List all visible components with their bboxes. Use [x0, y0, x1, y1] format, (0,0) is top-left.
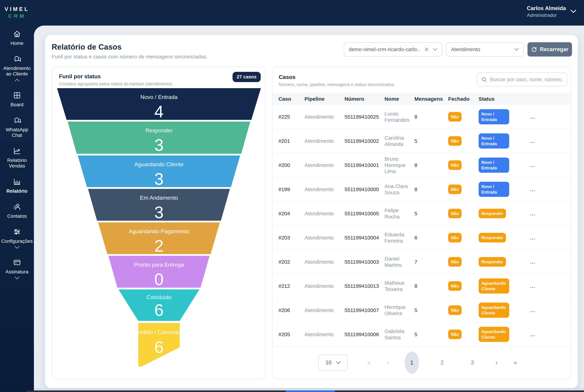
cell-pipeline: Atendimento	[304, 307, 344, 313]
sidebar-item-home[interactable]: Home	[0, 30, 34, 46]
user-menu[interactable]: Carlos Almeida Administrador	[527, 5, 576, 18]
sidebar-item-relat-rio[interactable]: Relatório	[0, 178, 34, 194]
table-body: #225Atendimento551199410025Lucas Fernand…	[272, 105, 571, 346]
taskbar-sliver-accent	[286, 390, 335, 392]
row-actions-button[interactable]: ...	[530, 235, 571, 241]
cell-caso: #202	[278, 259, 304, 265]
cell-fechado: Não	[448, 112, 478, 122]
funnel-card-title: Funil por status	[59, 73, 173, 80]
cell-nome: Carolina Almeida	[384, 135, 414, 147]
column-header-mensagens: Mensagens	[414, 96, 448, 102]
page-numbers: 123	[397, 352, 488, 374]
svg-text:3: 3	[154, 170, 164, 188]
cell-numero: 551199410003	[344, 259, 384, 265]
svg-text:Perdido / Cancelado: Perdido / Cancelado	[134, 329, 184, 335]
cell-mensagens: 5	[414, 307, 448, 313]
table-row: #205Atendimento551199410006Gabriela Sant…	[272, 322, 571, 346]
row-actions-button[interactable]: ...	[530, 259, 571, 265]
funnel-card-subtitle: Contatos agrupados pelos status do kanba…	[59, 82, 173, 86]
first-page-button[interactable]: «	[367, 359, 370, 366]
pipeline-select[interactable]: Atendimento	[446, 42, 524, 56]
closed-badge: Não	[448, 184, 462, 194]
cell-numero: 551199410004	[344, 235, 384, 241]
sidebar-item-board[interactable]: Board	[0, 91, 34, 108]
search-input[interactable]	[490, 77, 563, 82]
column-header-status: Status	[478, 96, 530, 102]
user-role: Administrador	[527, 12, 566, 18]
sidebar-item-whatsapp-chat[interactable]: WhatsApp Chat	[0, 116, 34, 138]
table-row: #199Atendimento551199410000Ana Clara Sou…	[272, 178, 571, 202]
page-button-2[interactable]: 2	[435, 352, 449, 374]
svg-text:3: 3	[154, 136, 164, 154]
cell-fechado: Não	[448, 330, 478, 339]
status-badge: Responder	[478, 257, 506, 266]
status-badge: Novo / Entrada	[478, 182, 509, 197]
chevron-down-icon	[14, 246, 20, 250]
page-button-3[interactable]: 3	[465, 352, 480, 374]
cell-fechado: Não	[448, 184, 478, 194]
cell-mensagens: 5	[414, 210, 448, 216]
svg-text:Responder: Responder	[146, 127, 173, 134]
row-actions-button[interactable]: ...	[530, 186, 571, 192]
closed-badge: Não	[448, 136, 462, 146]
cell-fechado: Não	[448, 257, 478, 266]
cell-caso: #204	[278, 210, 304, 216]
cell-nome: Eduarda Ferreira	[384, 232, 414, 244]
cell-caso: #225	[278, 114, 304, 120]
row-actions-button[interactable]: ...	[530, 307, 571, 313]
row-actions-button[interactable]: ...	[530, 332, 571, 338]
cell-mensagens: 7	[414, 259, 448, 265]
search-icon	[481, 77, 487, 82]
cell-pipeline: Atendimento	[304, 259, 344, 265]
status-badge: Novo / Entrada	[478, 134, 509, 148]
cell-mensagens: 8	[414, 162, 448, 168]
reload-button[interactable]: Recarregar	[528, 42, 572, 56]
sidebar-item-label: Home	[10, 40, 24, 46]
page-button-1[interactable]: 1	[405, 352, 419, 374]
table-row: #206Atendimento551199410007Henrique Oliv…	[272, 298, 571, 322]
chevron-up-icon	[14, 78, 20, 82]
closed-badge: Não	[448, 112, 462, 122]
prev-page-button[interactable]: ‹	[386, 359, 389, 366]
row-actions-button[interactable]: ...	[530, 283, 571, 289]
svg-text:Concluído: Concluído	[146, 294, 172, 300]
cell-nome: Daniel Martins	[384, 256, 414, 268]
cases-card: Casos Número, nome, pipeline, mensagens …	[272, 66, 571, 379]
contacts-icon	[13, 202, 21, 212]
last-page-button[interactable]: »	[514, 359, 517, 366]
cell-status: Aguardando Cliente	[478, 278, 530, 294]
credit-card-icon	[13, 258, 21, 267]
cases-card-subtitle: Número, nome, pipeline, mensagens e stat…	[279, 82, 395, 87]
sidebar-item-contatos[interactable]: Contatos	[0, 202, 34, 219]
sidebar-item-relat-rio-vendas[interactable]: Relatório Vendas	[0, 147, 34, 169]
clear-icon[interactable]	[424, 47, 429, 52]
funnel-stage: Aguardando Pagamento2	[98, 222, 220, 255]
sidebar-item-configura-es[interactable]: Configurações	[0, 228, 34, 250]
main-card: Relatório de Casos Funil por status e ca…	[45, 35, 578, 388]
sidebar: VIMEL CRM HomeAtendimento ao ClienteBoar…	[0, 0, 34, 392]
status-badge: Aguardando Cliente	[478, 302, 509, 318]
cell-numero: 551199410007	[344, 307, 384, 313]
total-cases-badge: 27 casos	[232, 72, 261, 82]
cell-pipeline: Atendimento	[304, 234, 344, 241]
cell-caso: #212	[278, 283, 304, 289]
row-actions-button[interactable]: ...	[530, 210, 571, 216]
cell-status: Novo / Entrada	[478, 182, 530, 197]
cell-numero: 551199410013	[344, 283, 384, 289]
cluster-select[interactable]: demo-vimel-crm-ricardo-carlo...	[344, 42, 442, 56]
cell-pipeline: Atendimento	[304, 210, 344, 216]
search-box	[477, 72, 567, 86]
row-actions-button[interactable]: ...	[530, 138, 571, 144]
sidebar-item-assinatura[interactable]: Assinatura	[0, 258, 34, 280]
sidebar-item-label: Configurações	[0, 238, 34, 244]
sidebar-item-atendimento-ao-cliente[interactable]: Atendimento ao Cliente	[0, 55, 34, 82]
cell-nome: Gabriela Santos	[384, 328, 414, 340]
row-actions-button[interactable]: ...	[530, 114, 571, 120]
row-actions-button[interactable]: ...	[530, 162, 571, 168]
page-size-value: 10	[326, 360, 332, 366]
svg-text:Em Andamento: Em Andamento	[140, 194, 178, 201]
sidebar-item-label: Relatório	[6, 188, 28, 194]
next-page-button[interactable]: ›	[496, 359, 498, 366]
table-row: #203Atendimento551199410004Eduarda Ferre…	[272, 226, 571, 250]
page-size-select[interactable]: 10	[318, 354, 348, 370]
